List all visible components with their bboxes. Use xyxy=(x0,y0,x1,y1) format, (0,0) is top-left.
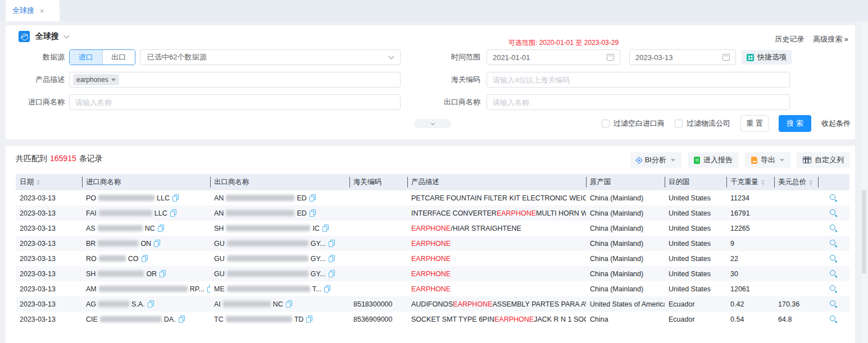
copy-icon[interactable] xyxy=(329,255,335,262)
copy-icon[interactable] xyxy=(329,270,335,277)
table-row[interactable]: 2023-03-13POLLCANEDPETCARE FOUNTAIN FILT… xyxy=(16,190,849,205)
hs-code-label: 海关编码 xyxy=(421,72,480,88)
tab-global-search[interactable]: 全球搜 × xyxy=(6,0,60,21)
advanced-search-link[interactable]: 高级搜索 » xyxy=(813,34,848,44)
importer-name-redacted xyxy=(98,225,143,231)
table-row[interactable]: 2023-03-13SHORGUGY...EARPHONEChina (Main… xyxy=(16,266,849,281)
copy-icon[interactable] xyxy=(329,240,335,247)
checkbox-icon[interactable] xyxy=(675,120,683,127)
exporter-cell: TCTD xyxy=(210,312,349,327)
row-detail-search-icon[interactable] xyxy=(830,285,838,293)
quick-options-button[interactable]: 快捷选项 xyxy=(742,50,792,65)
row-detail-search-icon[interactable] xyxy=(830,240,838,248)
product-desc-input[interactable]: earphones xyxy=(69,72,401,88)
sort-icon[interactable] xyxy=(37,180,40,185)
row-detail-search-icon[interactable] xyxy=(830,300,838,308)
weight-cell: 16791 xyxy=(726,205,774,221)
column-header[interactable]: 产品描述 xyxy=(407,174,586,190)
row-detail-search-icon[interactable] xyxy=(830,194,838,202)
product-text: /HIAR STRAIGHTENE xyxy=(451,225,521,232)
sort-icon[interactable] xyxy=(761,180,765,185)
importer-input[interactable] xyxy=(70,95,400,109)
table-row[interactable]: 2023-03-13CIEDA.TCTD8536909000SOCKET SMT… xyxy=(16,312,849,327)
column-header[interactable]: 千克重量 xyxy=(726,174,774,190)
row-detail-search-icon[interactable] xyxy=(830,255,838,263)
checkbox-icon[interactable] xyxy=(602,120,610,127)
importer-name-suffix: LLC xyxy=(157,194,170,202)
table-row[interactable]: 2023-03-13BRONGUGY...EARPHONEChina (Main… xyxy=(16,236,849,251)
custom-columns-button[interactable]: 自定义列 xyxy=(797,152,850,168)
expand-more-button[interactable] xyxy=(414,119,451,128)
tab-close-icon[interactable]: × xyxy=(40,7,44,15)
copy-icon[interactable] xyxy=(179,315,185,323)
sort-icon[interactable] xyxy=(809,180,812,185)
exporter-name-suffix: GY... xyxy=(311,255,326,263)
copy-icon[interactable] xyxy=(158,225,164,232)
column-header[interactable]: 出口商名称 xyxy=(210,174,349,190)
column-header-label: 海关编码 xyxy=(353,177,381,187)
table-row[interactable]: 2023-03-13ROCOGUGY...EARPHONEChina (Main… xyxy=(16,251,849,266)
row-detail-search-icon[interactable] xyxy=(830,315,838,323)
row-detail-search-icon[interactable] xyxy=(830,225,838,232)
copy-icon[interactable] xyxy=(286,300,292,308)
hs-code-cell: 8536909000 xyxy=(349,312,407,327)
history-link[interactable]: 历史记录 xyxy=(775,34,804,44)
column-header-label: 千克重量 xyxy=(730,177,758,187)
table-row[interactable]: 2023-03-13AGS.A.AINC8518300000AUDIFONOS … xyxy=(16,296,849,312)
copy-icon[interactable] xyxy=(142,255,148,262)
export-toggle-button[interactable]: 出口 xyxy=(103,50,135,65)
collapse-conditions-link[interactable]: 收起条件 xyxy=(821,118,851,129)
copy-icon[interactable] xyxy=(310,209,316,217)
column-header[interactable]: 日期 xyxy=(16,174,82,190)
filter-logistics-checkbox[interactable]: 过滤物流公司 xyxy=(675,118,730,129)
table-row[interactable]: 2023-03-13ASNCSHICEARPHONE/HIAR STRAIGHT… xyxy=(16,221,849,236)
date-from-input[interactable]: 2021-01-01 xyxy=(487,49,620,65)
tag-dropdown-icon xyxy=(111,79,116,81)
copy-icon[interactable] xyxy=(154,240,160,247)
copy-icon[interactable] xyxy=(170,209,176,217)
product-desc-cell: EARPHONE/HIAR STRAIGHTENE xyxy=(407,221,586,236)
product-tag[interactable]: earphones xyxy=(73,74,119,85)
copy-icon[interactable] xyxy=(306,315,312,323)
hs-code-input[interactable] xyxy=(487,72,789,87)
importer-name-redacted xyxy=(98,271,144,277)
column-header[interactable]: 美元总价 xyxy=(774,174,818,190)
exporter-input[interactable] xyxy=(487,95,789,109)
importer-name-redacted xyxy=(100,316,162,322)
weight-cell: 30 xyxy=(726,266,774,281)
scrollbar-track[interactable] xyxy=(862,21,867,343)
importer-label: 进口商名称 xyxy=(6,94,65,110)
export-button[interactable]: 导出 xyxy=(745,152,790,168)
copy-icon[interactable] xyxy=(310,194,316,202)
scrollbar-thumb[interactable] xyxy=(862,190,866,274)
copy-icon[interactable] xyxy=(172,194,179,202)
row-detail-search-icon[interactable] xyxy=(830,270,838,278)
copy-icon[interactable] xyxy=(148,300,154,308)
data-source-select[interactable]: 已选中62个数据源 xyxy=(140,49,401,65)
column-header[interactable]: 原产国 xyxy=(586,174,665,190)
import-toggle-button[interactable]: 进口 xyxy=(70,50,103,65)
top-links: 历史记录 高级搜索 » xyxy=(775,34,848,44)
row-actions-cell xyxy=(818,266,849,281)
row-detail-search-icon[interactable] xyxy=(830,209,838,217)
copy-icon[interactable] xyxy=(324,285,330,292)
enter-report-button[interactable]: 进入报告 xyxy=(688,152,739,168)
column-header[interactable]: 进口商名称 xyxy=(82,174,210,190)
table-row[interactable]: 2023-03-13AMRP...MET...EARPHONEChina (Ma… xyxy=(16,281,849,296)
product-text: INTERFACE CONVERTER xyxy=(411,209,497,217)
product-desc-cell: EARPHONE xyxy=(407,266,586,281)
copy-icon[interactable] xyxy=(322,225,329,232)
importer-box xyxy=(69,94,401,110)
bi-analysis-button[interactable]: BI分析 xyxy=(630,152,681,168)
reset-button[interactable]: 重 置 xyxy=(740,115,769,132)
filter-blank-importer-checkbox[interactable]: 过滤空白进口商 xyxy=(602,118,665,129)
copy-icon[interactable] xyxy=(207,285,210,292)
importer-cell: CIEDA. xyxy=(82,312,210,327)
date-to-input[interactable]: 2023-03-13 xyxy=(629,49,736,65)
search-button[interactable]: 搜 索 xyxy=(779,115,811,132)
copy-icon[interactable] xyxy=(160,270,166,277)
chevron-down-icon[interactable] xyxy=(64,33,70,39)
table-row[interactable]: 2023-03-13FAILLCANEDINTERFACE CONVERTER … xyxy=(16,205,849,221)
column-header[interactable]: 目的国 xyxy=(665,174,726,190)
column-header[interactable]: 海关编码 xyxy=(349,174,407,190)
